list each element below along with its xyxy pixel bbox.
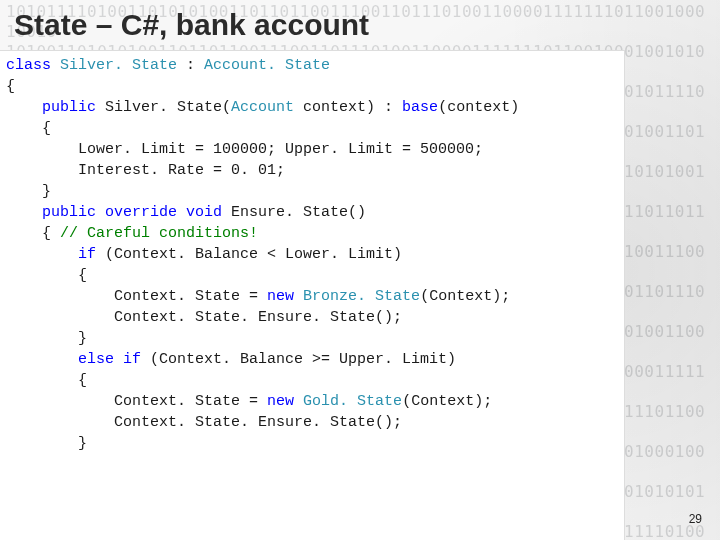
code-token-type: Gold. State bbox=[303, 393, 402, 410]
code-token-kw: void bbox=[186, 204, 222, 221]
code-token-kw: if bbox=[78, 246, 96, 263]
code-token-kw: else bbox=[78, 351, 114, 368]
code-token-comm: // Careful conditions! bbox=[60, 225, 258, 242]
code-token-kw: public bbox=[42, 204, 96, 221]
code-token-type: Bronze. State bbox=[303, 288, 420, 305]
code-token-type: Account. State bbox=[204, 57, 330, 74]
page-number: 29 bbox=[689, 512, 702, 526]
slide-title: State – C#, bank account bbox=[14, 8, 369, 42]
code-token-kw: new bbox=[267, 288, 294, 305]
code-token-kw: class bbox=[6, 57, 51, 74]
code-token-kw: new bbox=[267, 393, 294, 410]
code-block: class Silver. State : Account. State { p… bbox=[6, 55, 622, 454]
code-token-type: Account bbox=[231, 99, 294, 116]
code-token-kw: base bbox=[402, 99, 438, 116]
code-token-kw: override bbox=[105, 204, 177, 221]
code-token-kw: if bbox=[123, 351, 141, 368]
code-panel: class Silver. State : Account. State { p… bbox=[0, 50, 625, 540]
code-token-kw: public bbox=[42, 99, 96, 116]
code-token-type: Silver. State bbox=[60, 57, 177, 74]
